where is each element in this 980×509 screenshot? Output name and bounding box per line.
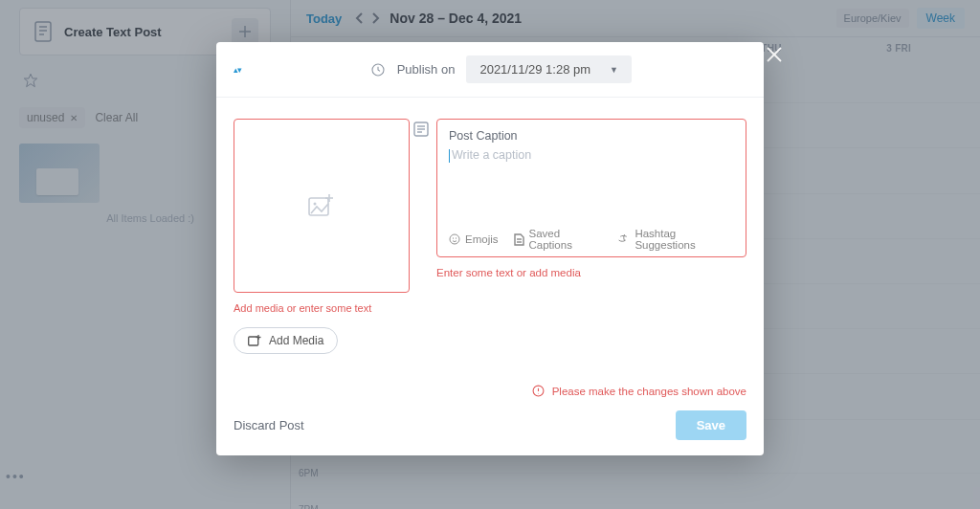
close-modal-button[interactable] xyxy=(766,46,783,63)
media-error-text: Add media or enter some text xyxy=(234,302,410,314)
modal-alert: Please make the changes shown above xyxy=(216,358,764,397)
caption-title: Post Caption xyxy=(449,129,734,143)
publish-datetime-select[interactable]: 2021/11/29 1:28 pm ▼ xyxy=(466,55,632,83)
caption-column: Post Caption Write a caption Emojis xyxy=(436,119,746,354)
clock-icon xyxy=(370,62,386,77)
caption-icon xyxy=(413,122,429,137)
hashtag-suggestions-label: Hashtag Suggestions xyxy=(635,228,734,251)
caption-toolbar: Emojis Saved Captions Hash xyxy=(449,228,734,251)
modal-overlay: ▴▾ Publish on 2021/11/29 1:28 pm ▼ xyxy=(0,0,980,509)
alert-icon xyxy=(532,385,545,397)
compose-post-modal: ▴▾ Publish on 2021/11/29 1:28 pm ▼ xyxy=(216,42,764,455)
emoji-icon xyxy=(449,233,460,245)
caption-placeholder: Write a caption xyxy=(452,148,531,162)
text-cursor xyxy=(449,149,450,163)
discard-post-link[interactable]: Discard Post xyxy=(234,418,304,432)
saved-captions-icon xyxy=(514,233,524,246)
add-image-icon xyxy=(308,194,335,217)
caption-error-text: Enter some text or add media xyxy=(436,267,746,278)
add-media-label: Add Media xyxy=(269,334,323,347)
hashtag-suggestions-tool[interactable]: Hashtag Suggestions xyxy=(617,228,734,251)
saved-captions-label: Saved Captions xyxy=(529,228,603,251)
saved-captions-tool[interactable]: Saved Captions xyxy=(514,228,603,251)
caption-input[interactable]: Write a caption xyxy=(449,148,734,228)
modal-header: ▴▾ Publish on 2021/11/29 1:28 pm ▼ xyxy=(216,42,764,98)
caret-down-icon: ▼ xyxy=(610,65,618,75)
emojis-tool[interactable]: Emojis xyxy=(449,233,499,245)
add-media-icon xyxy=(248,335,261,346)
publish-datetime-value: 2021/11/29 1:28 pm xyxy=(479,62,590,77)
caption-box[interactable]: Post Caption Write a caption Emojis xyxy=(436,119,746,257)
hashtag-icon xyxy=(617,233,630,246)
svg-point-28 xyxy=(538,393,539,394)
emojis-label: Emojis xyxy=(465,233,499,245)
svg-point-21 xyxy=(450,234,459,244)
modal-body: Add media or enter some text Add Media P… xyxy=(216,98,764,358)
svg-point-23 xyxy=(456,238,457,239)
svg-point-11 xyxy=(314,203,317,206)
svg-point-22 xyxy=(453,238,454,239)
brand-mark-icon: ▴▾ xyxy=(234,65,241,75)
media-dropzone[interactable] xyxy=(234,119,410,293)
save-button[interactable]: Save xyxy=(676,410,746,440)
alert-text: Please make the changes shown above xyxy=(552,386,746,397)
publish-on-label: Publish on xyxy=(397,62,456,77)
modal-footer: Discard Post Save xyxy=(216,397,764,455)
media-column: Add media or enter some text Add Media xyxy=(234,119,410,354)
add-media-button[interactable]: Add Media xyxy=(234,327,338,354)
svg-rect-14 xyxy=(249,337,258,345)
